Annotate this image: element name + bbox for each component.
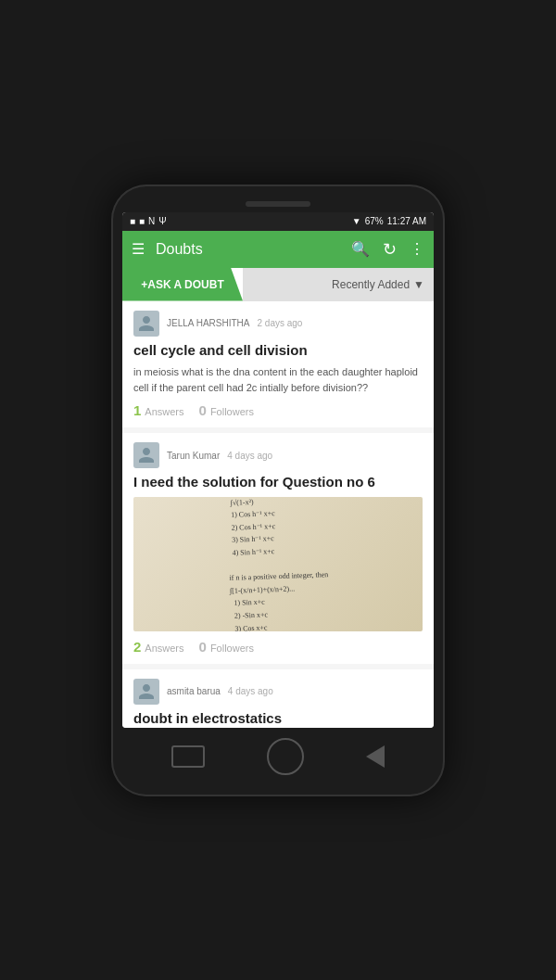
user-name-3: asmita barua [167, 686, 221, 696]
ask-doubt-button[interactable]: +ASK A DOUBT [122, 268, 243, 301]
tab-bar: +ASK A DOUBT Recently Added ▼ [122, 268, 434, 301]
followers-label-2: Followers [210, 643, 254, 654]
menu-icon[interactable]: ☰ [132, 240, 145, 258]
refresh-icon[interactable]: ↻ [383, 239, 397, 260]
card-footer-2: 2 Answers 0 Followers [133, 639, 423, 655]
question-image-2: 1) log cos x·c ∫√(1-x²) 1) Cos h⁻¹ x+c 2… [133, 497, 423, 631]
status-icon-1: ■ [130, 216, 135, 226]
answers-count-1: 1 [133, 402, 141, 418]
status-icon-2: ■ [139, 216, 145, 226]
question-title-3[interactable]: doubt in electrostatics [133, 709, 423, 728]
home-button[interactable] [267, 738, 304, 775]
followers-count-1: 0 [199, 402, 207, 418]
status-left-icons: ■ ■ N Ψ [130, 216, 167, 226]
answers-label-1: Answers [145, 406, 183, 417]
time-ago-2: 4 days ago [227, 451, 272, 461]
nav-title: Doubts [156, 241, 344, 258]
time-ago-3: 4 days ago [228, 686, 273, 696]
wifi-signal-icon: ▼ [352, 216, 361, 226]
math-image-content: 1) log cos x·c ∫√(1-x²) 1) Cos h⁻¹ x+c 2… [133, 497, 423, 631]
status-bar: ■ ■ N Ψ ▼ 67% 11:27 AM [122, 212, 434, 231]
status-icon-usb: Ψ [158, 216, 166, 226]
clock-time: 11:27 AM [387, 216, 426, 226]
question-card-2: Tarun Kumar 4 days ago I need the soluti… [122, 433, 434, 664]
recent-apps-button[interactable] [171, 745, 205, 768]
avatar-3 [133, 679, 159, 705]
phone-device: ■ ■ N Ψ ▼ 67% 11:27 AM ☰ Doubts 🔍 ↻ ⋮ [111, 185, 445, 796]
avatar [133, 311, 159, 337]
status-right-icons: ▼ 67% 11:27 AM [352, 216, 426, 226]
phone-screen: ■ ■ N Ψ ▼ 67% 11:27 AM ☰ Doubts 🔍 ↻ ⋮ [122, 212, 434, 728]
more-options-icon[interactable]: ⋮ [410, 240, 424, 258]
battery-status: 67% [365, 216, 384, 226]
ask-doubt-label: +ASK A DOUBT [141, 278, 223, 291]
card-header-row-1: JELLA HARSHITHA 2 days ago [133, 311, 423, 337]
question-card: JELLA HARSHITHA 2 days ago cell cycle an… [122, 301, 434, 428]
answers-stat-2: 2 Answers [133, 639, 184, 655]
followers-stat-2: 0 Followers [199, 639, 254, 655]
time-ago-1: 2 days ago [257, 318, 302, 328]
phone-nav-bar [122, 733, 434, 780]
phone-top-speaker [122, 201, 434, 207]
nav-action-icons: 🔍 ↻ ⋮ [351, 239, 424, 260]
user-name-1: JELLA HARSHITHA [167, 318, 249, 328]
nav-bar: ☰ Doubts 🔍 ↻ ⋮ [122, 231, 434, 268]
user-name-2: Tarun Kumar [167, 451, 220, 461]
sort-arrow-icon: ▼ [413, 278, 424, 291]
followers-count-2: 0 [199, 639, 207, 655]
back-button[interactable] [366, 745, 385, 768]
answers-stat-1: 1 Answers [133, 402, 184, 418]
answers-label-2: Answers [145, 643, 183, 654]
avatar-2 [133, 442, 159, 468]
question-card-3: asmita barua 4 days ago doubt in electro… [122, 669, 434, 728]
sort-dropdown[interactable]: Recently Added ▼ [243, 268, 434, 301]
user-icon [137, 314, 156, 333]
user-icon-3 [137, 682, 156, 701]
math-text: 1) log cos x·c ∫√(1-x²) 1) Cos h⁻¹ x+c 2… [226, 497, 331, 631]
question-body-1: in meiosis what is the dna content in th… [133, 364, 423, 395]
question-title-2[interactable]: I need the solution for Question no 6 [133, 473, 423, 491]
status-icon-n: N [148, 216, 155, 226]
search-icon[interactable]: 🔍 [351, 240, 370, 258]
card-footer-1: 1 Answers 0 Followers [133, 402, 423, 418]
card-header-row-2: Tarun Kumar 4 days ago [133, 442, 423, 468]
followers-label-1: Followers [210, 406, 254, 417]
sort-label: Recently Added [332, 278, 410, 291]
questions-list: JELLA HARSHITHA 2 days ago cell cycle an… [122, 301, 434, 728]
followers-stat-1: 0 Followers [199, 402, 254, 418]
speaker [246, 201, 310, 207]
answers-count-2: 2 [133, 639, 141, 655]
user-icon-2 [137, 446, 156, 465]
card-header-row-3: asmita barua 4 days ago [133, 679, 423, 705]
question-title-1[interactable]: cell cycle and cell division [133, 341, 423, 360]
